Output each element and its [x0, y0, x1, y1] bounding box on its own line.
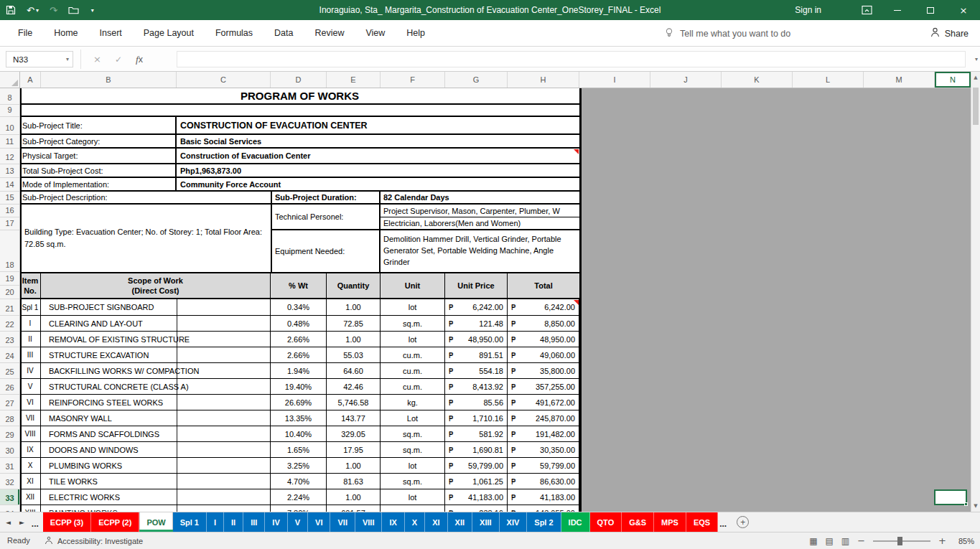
sheet-tab-viii[interactable]: VIII	[355, 512, 383, 532]
cell-total[interactable]: ₱245,870.00	[508, 410, 579, 426]
cell-unit[interactable]: sq.m.	[381, 316, 445, 331]
sheet-tab-iii[interactable]: III	[243, 512, 265, 532]
zoom-out-button[interactable]: −	[857, 535, 865, 546]
column-header-M[interactable]: M	[864, 72, 935, 88]
info-value[interactable]: CONSTRUCTION OF EVACUATION CENTER	[177, 117, 579, 133]
sheet-tab-spl-2[interactable]: Spl 2	[527, 512, 561, 532]
tab-overflow-left[interactable]: ...	[30, 512, 43, 532]
row-header-12[interactable]: 12	[0, 149, 19, 164]
zoom-slider-thumb[interactable]	[897, 537, 902, 545]
cell-unit[interactable]: cu.m.	[381, 347, 445, 362]
cell-unit-price[interactable]: ₱48,950.00	[445, 332, 508, 347]
cell-wt[interactable]: 10.40%	[271, 426, 327, 441]
cell-wt[interactable]: 2.66%	[271, 347, 327, 362]
cell-wt[interactable]: 3.25%	[271, 458, 327, 473]
info-label[interactable]: Mode of Implementation:	[20, 178, 177, 190]
cell-quantity[interactable]: 55.03	[327, 347, 381, 362]
cell-total[interactable]: ₱59,799.00	[508, 458, 579, 473]
ribbon-tab-home[interactable]: Home	[43, 20, 88, 46]
cell-total[interactable]: ₱49,060.00	[508, 347, 579, 362]
info-label[interactable]: Physical Target:	[20, 149, 177, 163]
cell-item-no[interactable]: III	[20, 347, 41, 362]
cell-total[interactable]: ₱191,482.00	[508, 426, 579, 441]
cell-equipment-value[interactable]: Demolition Hammer Drill, Vertical Grinde…	[381, 230, 579, 272]
column-header-L[interactable]: L	[793, 72, 864, 88]
cell-scope[interactable]: REINFORCING STEEL WORKS	[41, 395, 271, 410]
cell-wt[interactable]: 13.35%	[271, 410, 327, 426]
sheet-tab-iv[interactable]: IV	[265, 512, 287, 532]
cell-unit-price[interactable]: ₱59,799.00	[445, 458, 508, 473]
page-layout-view-button[interactable]: ▤	[826, 536, 834, 546]
ribbon-tab-formulas[interactable]: Formulas	[205, 20, 263, 46]
cell-unit[interactable]: sq.m.	[381, 474, 445, 489]
cell-unit-price[interactable]: ₱238.16	[445, 505, 508, 512]
cell-unit-price[interactable]: ₱121.48	[445, 316, 508, 331]
cell-wt[interactable]: 1.94%	[271, 363, 327, 378]
cell-unit[interactable]: sq.m.	[381, 442, 445, 457]
info-label[interactable]: Total Sub-Project Cost:	[20, 164, 177, 177]
cell-unit[interactable]: cu.m.	[381, 363, 445, 378]
row-header-33[interactable]: 33	[0, 489, 19, 505]
enter-icon[interactable]: ✓	[115, 55, 122, 65]
info-label[interactable]: Sub-Project Title:	[20, 117, 177, 133]
info-value[interactable]: Php1,963,873.00	[177, 164, 579, 177]
zoom-slider[interactable]	[873, 540, 930, 542]
sheet-tab-pow[interactable]: POW	[139, 512, 172, 532]
formula-input[interactable]	[177, 51, 966, 67]
open-folder-icon[interactable]	[68, 6, 79, 14]
page-break-view-button[interactable]: ▥	[841, 536, 849, 546]
ribbon-tab-view[interactable]: View	[355, 20, 396, 46]
cell-unit[interactable]: cu.m.	[381, 379, 445, 394]
cell-scope[interactable]: FORMS AND SCAFFOLDINGS	[41, 426, 271, 441]
row-header-30[interactable]: 30	[0, 442, 19, 458]
cell-quantity[interactable]: 329.05	[327, 426, 381, 441]
save-icon[interactable]	[6, 5, 16, 15]
cell-total[interactable]: ₱491,672.00	[508, 395, 579, 410]
sheet-tab-vii[interactable]: VII	[330, 512, 355, 532]
cell-scope[interactable]: REMOVAL OF EXISTING STRUCTURE	[41, 332, 271, 347]
cell-scope[interactable]: ELECTRIC WORKS	[41, 489, 271, 505]
cell-total[interactable]: ₱30,350.00	[508, 442, 579, 457]
insert-function-icon[interactable]: fx	[136, 54, 143, 65]
comment-indicator-physical-target[interactable]	[574, 149, 579, 154]
cell-quantity[interactable]: 5,746.58	[327, 395, 381, 410]
column-header-C[interactable]: C	[177, 72, 271, 88]
cell-wt[interactable]: 2.66%	[271, 332, 327, 347]
row-header-13[interactable]: 13	[0, 164, 19, 178]
sheet-tab-xii[interactable]: XII	[448, 512, 472, 532]
cell-personnel-label[interactable]: Technical Personel:	[271, 205, 381, 230]
row-header-11[interactable]: 11	[0, 135, 19, 149]
sheet-tab-idc[interactable]: IDC	[561, 512, 590, 532]
cell-item-no[interactable]: II	[20, 332, 41, 347]
customize-quick-access-icon[interactable]: ▾	[90, 7, 94, 14]
sheet-tab-ix[interactable]: IX	[382, 512, 404, 532]
info-value[interactable]: Community Force Account	[177, 178, 579, 190]
cell-personnel-line1[interactable]: Project Supervisor, Mason, Carpenter, Pl…	[381, 205, 579, 217]
column-header-N[interactable]: N	[935, 72, 971, 88]
close-button[interactable]: ×	[947, 0, 980, 20]
cell-quantity[interactable]: 143.77	[327, 410, 381, 426]
sheet-tab-mps[interactable]: MPS	[654, 512, 686, 532]
cell-unit-price[interactable]: ₱1,061.25	[445, 474, 508, 489]
header-unit-price[interactable]: Unit Price	[445, 273, 508, 298]
cell-unit[interactable]: Lot	[381, 410, 445, 426]
undo-icon[interactable]: ↶▾	[27, 5, 39, 16]
cell-equipment-label[interactable]: Equipment Needed:	[271, 230, 381, 272]
cell-unit-price[interactable]: ₱41,183.00	[445, 489, 508, 505]
cell-wt[interactable]: 7.80%	[271, 505, 327, 512]
column-header-D[interactable]: D	[271, 72, 327, 88]
zoom-level[interactable]: 85%	[954, 537, 974, 545]
sheet-tab-ii[interactable]: II	[224, 512, 243, 532]
cell-unit[interactable]: lot	[381, 332, 445, 347]
cell-unit-price[interactable]: ₱85.56	[445, 395, 508, 410]
unused-area[interactable]	[582, 88, 971, 512]
cell-unit-price[interactable]: ₱1,710.16	[445, 410, 508, 426]
sheet-tab-vi[interactable]: VI	[308, 512, 330, 532]
cell-quantity[interactable]: 17.95	[327, 442, 381, 457]
column-header-I[interactable]: I	[579, 72, 650, 88]
info-label[interactable]: Sub-Project Category:	[20, 135, 177, 147]
cell-item-no[interactable]: VIII	[20, 426, 41, 441]
row-header-19[interactable]: 19	[0, 272, 19, 286]
cell-scope[interactable]: SUB-PROJECT SIGNBOARD	[41, 299, 271, 315]
tab-scroll-right-icon[interactable]: ►	[19, 519, 24, 526]
